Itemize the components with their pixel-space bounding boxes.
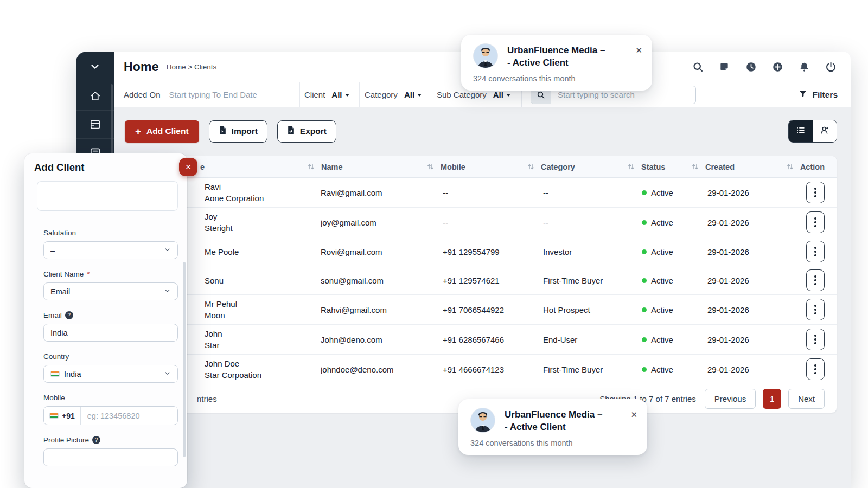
note-icon[interactable] [718,61,730,73]
power-icon[interactable] [825,61,837,73]
country-select[interactable]: India [43,365,178,383]
table-row[interactable]: John Doe Star Corpoation johndoe@deno.co… [125,355,837,384]
add-client-button[interactable]: + Add Client [125,120,199,143]
notification-toast: UrbanFluence Media – - Active Client ✕ 3… [461,35,652,91]
table-row[interactable]: Mr Pehul Moon Rahvi@gmail.com +91 706654… [125,295,837,325]
entries-partial-label: ntries [197,394,217,403]
row-actions-button[interactable] [806,182,825,203]
email-label: Email ? [43,311,178,319]
bell-icon[interactable] [798,61,810,73]
funnel-icon [799,89,807,100]
import-button[interactable]: Import [209,120,267,143]
next-page-button[interactable]: Next [788,389,825,409]
sort-icon[interactable] [527,163,534,170]
date-range-input[interactable] [169,90,289,99]
row-actions-button[interactable] [806,299,825,320]
sidebar-item-board[interactable] [76,110,114,138]
action-cell [764,358,837,380]
filters-label: Filters [812,90,838,100]
column-header-category[interactable]: Category [524,163,624,171]
plus-circle-icon[interactable] [771,61,783,73]
column-header-name[interactable]: Name [304,163,424,171]
table-row[interactable]: Me Poole Rovi@gmail.com +91 129554799 In… [125,237,837,266]
sub-category-filter-label: Sub Category [437,90,487,99]
chevron-down-icon [89,61,101,73]
client-name: Joy [205,211,233,222]
table-row[interactable]: Joy Steright joy@gmail.com -- -- Active [125,208,837,237]
filterbar-spacer [705,82,784,107]
column-header-mobile[interactable]: Mobile [424,163,524,171]
client-name: Ravi [205,181,264,192]
country-label: Country [43,352,178,361]
topbar-icons [692,61,837,73]
row-actions-button[interactable] [806,358,825,380]
row-actions-button[interactable] [806,211,825,233]
created-cell: 29-01-2026 [688,247,764,256]
chevron-down-icon [164,370,171,378]
category-cell: First-Time Buyer [524,365,624,374]
list-view-button[interactable] [789,120,813,142]
previous-page-button[interactable]: Previous [705,389,756,409]
status-dot [642,337,647,342]
email-cell: sonu@gmail.com [304,276,424,285]
close-icon[interactable]: ✕ [630,408,637,420]
created-cell: 29-01-2026 [688,188,764,197]
sidebar-collapse-button[interactable] [76,52,114,82]
category-cell: -- [524,188,624,197]
email-cell: johndoe@deno.com [304,365,424,374]
client-company: Moon [205,310,237,321]
category-filter-label: Category [365,90,398,99]
column-header-status[interactable]: Status [624,163,688,171]
clock-icon[interactable] [745,61,757,73]
row-actions-button[interactable] [806,269,825,291]
sidebar-item-home[interactable] [76,82,114,110]
client-name: Mr Pehul [205,298,237,310]
sort-icon[interactable] [308,163,315,170]
client-name-select[interactable]: Email [43,282,178,300]
salutation-select[interactable]: – [43,241,178,259]
email-input[interactable] [50,329,171,337]
page: Home Home > Clients [0,0,868,488]
chevron-down-icon [164,287,171,296]
modal-body: Salutation – Client Name * Email Email [24,179,187,488]
email-cell: Rahvi@gmail.com [304,305,424,314]
status-dot [642,190,647,195]
mobile-prefix[interactable]: +91 [44,407,81,425]
created-cell: 29-01-2026 [688,365,764,374]
import-file-icon [219,126,227,137]
sort-icon[interactable] [787,163,794,170]
client-company: Aone Corpration [205,192,264,204]
export-button[interactable]: Export [277,120,336,143]
card-view-button[interactable] [813,120,837,142]
status-dot [642,220,647,225]
sort-icon[interactable] [628,163,635,170]
category-filter-dropdown[interactable]: All [404,90,422,99]
sort-icon[interactable] [427,163,434,170]
row-actions-button[interactable] [806,241,825,262]
search-icon[interactable] [692,61,704,73]
action-cell [764,182,837,203]
action-cell [764,269,837,291]
mobile-input[interactable] [83,412,175,420]
close-icon[interactable]: ✕ [635,43,642,55]
india-flag-icon [49,413,59,419]
category-filter: Category All [360,82,430,107]
mobile-label: Mobile [43,394,178,402]
sub-category-filter-dropdown[interactable]: All [493,90,510,99]
table-row[interactable]: John Star John@deno.com +91 6286567466 E… [125,325,837,355]
modal-close-button[interactable]: ✕ [179,158,197,176]
mobile-cell: -- [424,188,524,197]
table-row[interactable]: Ravi Aone Corpration Ravi@gmail.com -- -… [125,178,837,208]
profile-picture-field[interactable] [43,448,178,466]
table-row[interactable]: Sonu sonu@gmail.com +91 129574621 First-… [125,266,837,295]
filters-button[interactable]: Filters [784,82,851,107]
email-field[interactable] [43,324,178,342]
plus-icon: + [135,126,141,137]
column-header-created[interactable]: Created [688,163,764,171]
sort-icon[interactable] [692,163,699,170]
client-filter-dropdown[interactable]: All [331,90,349,99]
modal-title: Add Client [34,162,85,174]
search-input[interactable] [551,90,695,99]
current-page-button[interactable]: 1 [763,389,781,409]
row-actions-button[interactable] [806,329,825,350]
